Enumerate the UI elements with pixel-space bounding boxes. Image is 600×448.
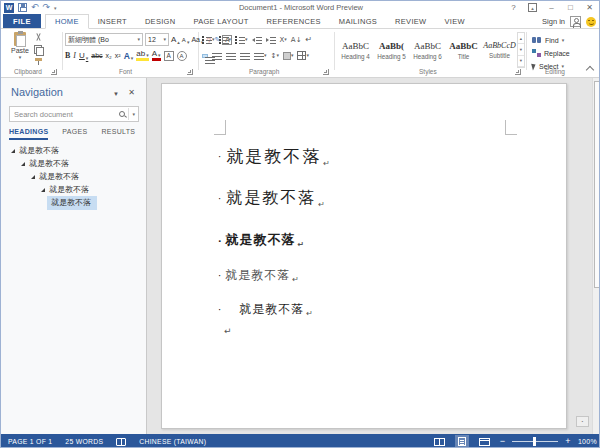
styles-scroll-down-icon[interactable]: ▾	[518, 44, 524, 55]
increase-indent-icon[interactable]	[266, 36, 276, 44]
heading-item-level-4[interactable]: 就是教不落	[1, 183, 147, 196]
zoom-slider-thumb[interactable]	[533, 437, 536, 446]
browse-object-button[interactable]: ▪	[576, 416, 589, 427]
document-heading-1[interactable]: · 就是教不落 ↵	[218, 145, 332, 168]
subscript-button[interactable]: x₂	[106, 51, 112, 61]
italic-button[interactable]: I	[73, 51, 76, 61]
underline-button[interactable]: U▾	[79, 51, 88, 61]
help-button[interactable]: ?	[504, 1, 523, 14]
search-icon[interactable]	[119, 111, 125, 117]
sort-button[interactable]: A↓	[291, 36, 302, 44]
maximize-button[interactable]: □	[561, 1, 580, 14]
align-right-icon[interactable]	[226, 52, 236, 60]
shrink-font-button[interactable]: A▾	[182, 35, 190, 45]
character-shading-icon[interactable]: A	[164, 51, 174, 61]
document-heading-4[interactable]: · 就是教不落 ↵	[218, 267, 300, 284]
zoom-level[interactable]: 100%	[578, 438, 597, 445]
document-page[interactable]: · 就是教不落 ↵ · 就是教不落 ↵ · 就是教不落 ↵ · 就是教不落	[161, 83, 567, 429]
copy-icon[interactable]	[34, 45, 42, 54]
cut-icon[interactable]	[34, 33, 43, 42]
zoom-slider[interactable]	[512, 441, 558, 442]
tab-home[interactable]: HOME	[45, 14, 89, 29]
tab-references[interactable]: REFERENCES	[258, 14, 330, 28]
paragraph-dialog-launcher-icon[interactable]	[323, 69, 329, 75]
justify-icon[interactable]	[240, 52, 250, 60]
find-button[interactable]: Find ▾	[532, 34, 564, 46]
tab-page-layout[interactable]: PAGE LAYOUT	[184, 14, 257, 28]
style-heading-5[interactable]: AaBb( Heading 5	[374, 32, 409, 68]
search-options-chevron-icon[interactable]: ▾	[132, 111, 135, 117]
ribbon-display-options-icon[interactable]: ▴	[528, 3, 537, 12]
nav-tab-pages[interactable]: PAGES	[62, 128, 87, 140]
text-highlight-button[interactable]: ab▾	[136, 50, 148, 61]
style-heading-4[interactable]: AaBbC Heading 4	[338, 32, 373, 68]
document-heading-2[interactable]: · 就是教不落 ↵	[218, 188, 327, 209]
numbering-button[interactable]: ▾	[219, 36, 232, 44]
superscript-button[interactable]: x²	[115, 51, 121, 61]
document-heading-5[interactable]: · 就是教不落 ↵	[218, 301, 314, 318]
document-heading-3[interactable]: · 就是教不落 ↵	[218, 231, 305, 249]
styles-scroll-up-icon[interactable]: ▴	[518, 33, 524, 44]
collapse-ribbon-icon[interactable]	[586, 66, 594, 74]
heading-item-level-2[interactable]: 就是教不落	[1, 157, 147, 170]
heading-item-level-3[interactable]: 就是教不落	[1, 170, 147, 183]
font-size-combo[interactable]: 12▾	[145, 33, 169, 46]
font-name-combo[interactable]: 新細明體 (Bo▾	[65, 33, 143, 46]
strikethrough-button[interactable]: abc	[91, 51, 102, 61]
zoom-out-button[interactable]: −	[500, 437, 506, 446]
navigation-close-icon[interactable]: ✕	[128, 88, 135, 97]
show-formatting-marks-icon[interactable]: ↵	[306, 35, 313, 44]
web-layout-button[interactable]	[476, 436, 493, 448]
tab-file[interactable]: FILE	[3, 14, 41, 28]
distributed-button[interactable]: ▾	[254, 52, 267, 60]
navigation-options-chevron-icon[interactable]: ▼	[113, 91, 119, 97]
page-indicator[interactable]: PAGE 1 OF 1	[8, 438, 52, 445]
styles-more-icon[interactable]: ▾	[518, 56, 524, 67]
collapse-triangle-icon[interactable]	[31, 175, 35, 179]
collapse-triangle-icon[interactable]	[41, 188, 45, 192]
align-center-icon[interactable]	[212, 52, 222, 60]
bold-button[interactable]: B	[65, 51, 70, 61]
proofing-status-icon[interactable]	[116, 438, 126, 446]
style-subtitle[interactable]: AaBbCcD Subtitle	[482, 32, 517, 68]
styles-dialog-launcher-icon[interactable]	[515, 69, 521, 75]
read-mode-button[interactable]	[431, 436, 448, 448]
word-count[interactable]: 25 WORDS	[65, 438, 103, 445]
nav-tab-headings[interactable]: HEADINGS	[9, 128, 48, 140]
shading-button[interactable]: ▾	[283, 52, 294, 60]
user-avatar-icon[interactable]	[570, 16, 581, 27]
line-spacing-button[interactable]: ↕▾	[271, 52, 279, 60]
style-heading-6[interactable]: AaBbC Heading 6	[410, 32, 445, 68]
sign-in-link[interactable]: Sign in	[542, 17, 565, 26]
grow-font-button[interactable]: A▴	[171, 35, 180, 45]
format-painter-icon[interactable]	[34, 57, 43, 66]
enclose-character-icon[interactable]: A	[177, 51, 187, 61]
language-indicator[interactable]: CHINESE (TAIWAN)	[139, 438, 206, 445]
collapse-triangle-icon[interactable]	[21, 162, 25, 166]
asian-layout-button[interactable]: X▾	[280, 36, 287, 44]
borders-button[interactable]: ▾	[297, 51, 309, 60]
decrease-indent-icon[interactable]	[252, 36, 262, 44]
tab-mailings[interactable]: MAILINGS	[330, 14, 386, 28]
replace-button[interactable]: Replace	[532, 47, 570, 59]
close-button[interactable]: ✕	[580, 1, 599, 14]
feedback-smiley-icon[interactable]	[586, 17, 596, 27]
clipboard-dialog-launcher-icon[interactable]	[51, 69, 57, 75]
tab-view[interactable]: VIEW	[435, 14, 473, 28]
paste-button[interactable]: Paste ▾	[7, 32, 33, 68]
search-input[interactable]	[10, 110, 119, 119]
tab-insert[interactable]: INSERT	[89, 14, 136, 28]
align-left-button[interactable]	[202, 54, 208, 58]
nav-tab-results[interactable]: RESULTS	[101, 128, 135, 140]
style-title[interactable]: AaBbC Title	[446, 32, 481, 68]
scrollbar-thumb[interactable]	[594, 81, 600, 288]
font-color-button[interactable]: A▾	[152, 50, 161, 61]
bullets-button[interactable]: ▾	[202, 36, 215, 44]
font-dialog-launcher-icon[interactable]	[187, 69, 193, 75]
tab-design[interactable]: DESIGN	[136, 14, 185, 28]
vertical-scrollbar[interactable]	[592, 78, 600, 434]
print-layout-button[interactable]	[455, 435, 469, 448]
heading-item-level-1[interactable]: 就是教不落	[1, 144, 147, 157]
text-effects-button[interactable]: A▾	[124, 51, 134, 61]
minimize-button[interactable]: –	[542, 1, 561, 14]
